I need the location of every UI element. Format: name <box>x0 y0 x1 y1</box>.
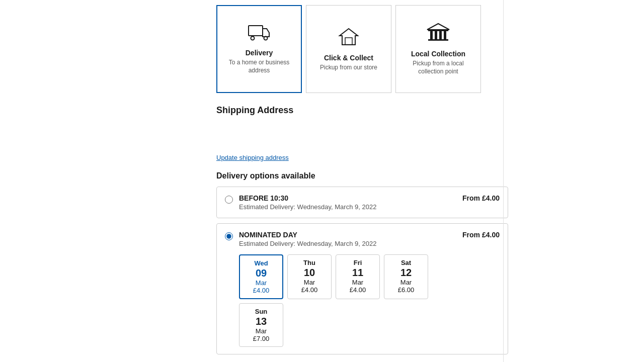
date-price-label: £4.00 <box>301 286 318 294</box>
date-month-label: Mar <box>256 279 267 287</box>
nominated-day-info: Nominated Day Estimated Delivery: Wednes… <box>239 231 462 347</box>
date-price-label: £4.00 <box>253 287 270 294</box>
before-1030-price: From £4.00 <box>462 194 500 202</box>
date-day-label: Thu <box>303 259 315 266</box>
svg-rect-6 <box>430 31 433 39</box>
date-grid: Wed 09 Mar £4.00 Thu 10 Mar £4.00 Fri 11… <box>239 254 462 347</box>
before-1030-info: BEFORE 10:30 Estimated Delivery: Wednesd… <box>239 194 462 211</box>
delivery-card-click-collect[interactable]: Click & Collect Pickup from our store <box>306 5 391 93</box>
date-cell-wed[interactable]: Wed 09 Mar £4.00 <box>239 254 283 299</box>
svg-rect-10 <box>428 39 448 41</box>
date-num-label: 11 <box>352 266 363 279</box>
svg-rect-3 <box>345 38 352 45</box>
delivery-option-before-1030[interactable]: BEFORE 10:30 Estimated Delivery: Wednesd… <box>216 187 508 218</box>
date-price-label: £7.00 <box>253 335 270 342</box>
svg-point-1 <box>251 36 255 40</box>
svg-rect-0 <box>249 26 263 36</box>
date-day-label: Wed <box>254 259 268 267</box>
delivery-options-title: Delivery options available <box>216 171 508 180</box>
date-cell-thu[interactable]: Thu 10 Mar £4.00 <box>287 254 332 299</box>
truck-icon <box>248 24 270 45</box>
local-collection-card-subtitle: Pickup from a local collection point <box>401 60 475 75</box>
delivery-options-section: Delivery options available BEFORE 10:30 … <box>216 171 508 354</box>
date-month-label: Mar <box>304 279 315 286</box>
date-day-label: Sat <box>401 259 411 266</box>
nominated-day-radio[interactable] <box>225 232 233 240</box>
date-price-label: £6.00 <box>398 286 415 294</box>
bank-icon <box>426 23 450 46</box>
date-cell-fri[interactable]: Fri 11 Mar £4.00 <box>336 254 380 299</box>
nominated-day-price: From £4.00 <box>462 231 500 239</box>
nominated-day-name: Nominated Day <box>239 231 462 239</box>
delivery-option-nominated-day[interactable]: Nominated Day Estimated Delivery: Wednes… <box>216 223 508 354</box>
nominated-day-estimate: Estimated Delivery: Wednesday, March 9, … <box>239 240 462 247</box>
shipping-address-title: Shipping Address <box>216 105 508 116</box>
svg-rect-9 <box>444 31 446 39</box>
delivery-card-subtitle: To a home or business address <box>222 59 296 74</box>
svg-marker-4 <box>427 24 449 30</box>
date-month-label: Mar <box>352 279 363 286</box>
date-day-label: Sun <box>255 308 268 315</box>
local-collection-card-title: Local Collection <box>411 50 465 58</box>
before-1030-name: BEFORE 10:30 <box>239 194 462 202</box>
click-collect-card-subtitle: Pickup from our store <box>320 64 377 72</box>
before-1030-radio[interactable] <box>225 196 233 204</box>
date-day-label: Fri <box>354 259 362 266</box>
date-month-label: Mar <box>256 327 267 335</box>
click-collect-card-title: Click & Collect <box>324 54 373 62</box>
date-num-label: 09 <box>256 267 267 279</box>
date-cell-sun[interactable]: Sun 13 Mar £7.00 <box>239 303 283 347</box>
right-panel <box>503 0 644 362</box>
delivery-type-selector: Delivery To a home or business address C… <box>216 5 508 93</box>
before-1030-estimate: Estimated Delivery: Wednesday, March 9, … <box>239 203 462 211</box>
house-icon <box>338 27 360 50</box>
date-price-label: £4.00 <box>350 286 366 294</box>
svg-rect-8 <box>439 31 442 39</box>
date-num-label: 13 <box>256 315 267 327</box>
update-shipping-address-link[interactable]: Update shipping address <box>216 154 508 161</box>
svg-rect-5 <box>428 30 448 31</box>
date-month-label: Mar <box>400 279 412 286</box>
shipping-address-section: Shipping Address Update shipping address <box>216 105 508 161</box>
delivery-card-delivery[interactable]: Delivery To a home or business address <box>216 5 302 93</box>
delivery-card-local-collection[interactable]: Local Collection Pickup from a local col… <box>395 5 481 93</box>
delivery-card-title: Delivery <box>246 49 273 57</box>
date-num-label: 10 <box>304 266 315 279</box>
date-num-label: 12 <box>400 266 412 279</box>
svg-rect-7 <box>435 31 437 39</box>
date-cell-sat[interactable]: Sat 12 Mar £6.00 <box>384 254 428 299</box>
